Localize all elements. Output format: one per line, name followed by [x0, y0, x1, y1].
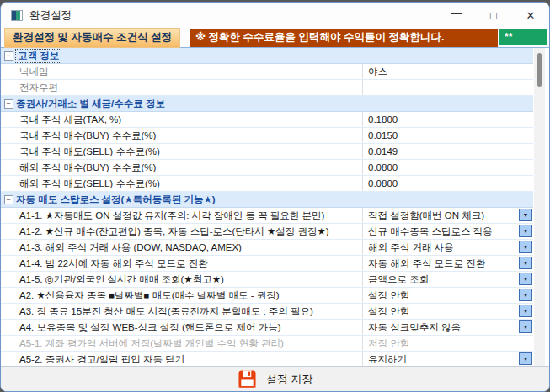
- chevron-down-icon: ▼: [523, 356, 529, 362]
- row-email: 전자우편: [1, 80, 533, 96]
- section-title: 증권사/거래소 별 세금/수수료 정보: [16, 98, 165, 110]
- value-cell[interactable]: 금액으로 조회 ▼: [362, 272, 533, 287]
- value-cell[interactable]: 해외 주식 거래 사용 ▼: [362, 240, 533, 255]
- row-a5-2: A5-2. 증권사 경고/알림 팝업 자동 닫기 유지하기 ▼: [1, 352, 533, 366]
- selected-option: 자동 싱크맞추지 않음: [368, 321, 461, 334]
- collapse-icon[interactable]: −: [4, 51, 13, 61]
- value-cell[interactable]: 0.0800: [362, 176, 533, 191]
- value-cell[interactable]: 자동 해외 주식 모드로 전환 ▼: [362, 256, 533, 271]
- value-cell[interactable]: 신규 매수종목 스탑로스 적용 ▼: [362, 224, 533, 239]
- dropdown-button[interactable]: ▼: [519, 289, 532, 301]
- selected-option: 신규 매수종목 스탑로스 적용: [368, 225, 493, 238]
- window-title: 환경설정: [29, 8, 72, 23]
- value-cell[interactable]: 직접 설정함(매번 ON 체크) ▼: [362, 208, 533, 223]
- selected-option: 해외 주식 거래 사용: [368, 241, 454, 254]
- value-cell[interactable]: 0.0149: [362, 144, 533, 159]
- row-label: A5-1. 계좌 평가액 서버에 저장(날짜별 개인별 수익 현황 관리): [16, 337, 362, 350]
- selected-option: 자동 해외 주식 모드로 전환: [368, 257, 485, 270]
- row-label: A1-5. ◎기관/외국인 실시간 매매 조회(★최고★): [16, 273, 362, 286]
- dropdown-button[interactable]: ▼: [519, 225, 532, 237]
- chevron-down-icon: ▼: [523, 324, 529, 330]
- settings-window: 환경설정 — □ ✕ 환경설정 및 자동매수 조건식 설정 ※ 정확한 수수료율…: [0, 2, 550, 392]
- value-cell[interactable]: 유지하기 ▼: [362, 352, 533, 366]
- selected-option: 유지하기: [368, 353, 407, 366]
- minimize-icon: —: [451, 7, 462, 19]
- selected-option: 직접 설정함(매번 ON 체크): [368, 209, 484, 222]
- value-cell[interactable]: 자동 싱크맞추지 않음 ▼: [362, 320, 533, 335]
- value-cell[interactable]: 야스: [362, 64, 533, 79]
- accuracy-badge: **: [499, 29, 547, 45]
- chevron-down-icon: ▼: [523, 308, 529, 314]
- maximize-button[interactable]: □: [475, 3, 512, 28]
- row-label: 국내 주식 세금(TAX, %): [16, 114, 362, 126]
- dropdown-button[interactable]: ▼: [519, 209, 532, 221]
- save-label: 설정 저장: [266, 372, 313, 387]
- dropdown-button[interactable]: ▼: [519, 257, 532, 269]
- value-cell[interactable]: 0.0800: [362, 160, 533, 175]
- collapse-icon[interactable]: −: [4, 195, 13, 204]
- vertical-scrollbar[interactable]: [534, 48, 545, 366]
- chevron-down-icon: ▼: [523, 260, 529, 266]
- row-label: 닉네임: [16, 66, 362, 78]
- row-a1-5: A1-5. ◎기관/외국인 실시간 매매 조회(★최고★) 금액으로 조회 ▼: [1, 272, 533, 288]
- chevron-down-icon: ▼: [523, 212, 529, 218]
- value-cell[interactable]: 0.0150: [362, 128, 533, 143]
- dropdown-button[interactable]: ▼: [519, 273, 532, 285]
- chevron-down-icon: ▼: [523, 292, 529, 298]
- row-label: 해외 주식 매도(SELL) 수수료(%): [16, 177, 362, 190]
- row-label: A1-2. ★신규 매수(잔고편입) 종목, 자동 스탑-로스(단타시 ★설정 …: [16, 225, 362, 238]
- value-cell[interactable]: 0.1800: [362, 112, 533, 127]
- value-cell: 저장 안함: [362, 336, 533, 351]
- dropdown-button[interactable]: ▼: [519, 320, 532, 333]
- minimize-button[interactable]: —: [438, 3, 475, 28]
- floppy-disk-icon: [238, 369, 257, 389]
- row-label: A2. ★신용융자 종목 ■날짜별■ 매도(매수 날짜별 매도 - 권장): [16, 289, 362, 302]
- selected-option: 설정 안함: [368, 289, 409, 302]
- row-a1-4: A1-4. 밤 22시에 자동 해외 주식 모드로 전환 자동 해외 주식 모드…: [1, 256, 533, 272]
- dropdown-button[interactable]: ▼: [519, 241, 532, 253]
- row-nickname: 닉네임 야스: [1, 64, 533, 80]
- footer-bar: 설정 저장: [1, 366, 549, 391]
- close-button[interactable]: ✕: [512, 3, 549, 28]
- row-domestic-tax: 국내 주식 세금(TAX, %) 0.1800: [1, 112, 533, 128]
- row-a1-2: A1-2. ★신규 매수(잔고편입) 종목, 자동 스탑-로스(단타시 ★설정 …: [1, 224, 533, 240]
- selected-option: 설정 안함: [368, 305, 409, 318]
- value-cell[interactable]: 설정 안함 ▼: [362, 304, 533, 319]
- titlebar: 환경설정 — □ ✕: [1, 3, 549, 28]
- chevron-down-icon: ▼: [523, 276, 529, 282]
- tab-environment-settings[interactable]: 환경설정 및 자동매수 조건식 설정: [4, 28, 180, 48]
- row-domestic-buy-fee: 국내 주식 매수(BUY) 수수료(%) 0.0150: [1, 128, 533, 144]
- row-label: A4. 보유종목 및 설정 WEB-싱크 설정 (핸드폰으로 제어 가능): [16, 321, 362, 334]
- close-icon: ✕: [526, 9, 536, 22]
- dropdown-button[interactable]: ▼: [519, 305, 532, 317]
- row-overseas-sell-fee: 해외 주식 매도(SELL) 수수료(%) 0.0800: [1, 176, 533, 192]
- row-label: A5-2. 증권사 경고/알림 팝업 자동 닫기: [16, 353, 362, 366]
- app-icon: [11, 10, 23, 21]
- row-label: A3. 장 종료 15분전 청산 매도 시작(종료전까지 분할매도 : 주의 필…: [16, 305, 362, 318]
- selected-option: 금액으로 조회: [368, 273, 429, 286]
- save-settings-button[interactable]: 설정 저장: [224, 368, 327, 389]
- row-label: A1-4. 밤 22시에 자동 해외 주식 모드로 전환: [16, 257, 362, 270]
- row-a2: A2. ★신용융자 종목 ■날짜별■ 매도(매수 날짜별 매도 - 권장) 설정…: [1, 288, 533, 304]
- row-a5-1: A5-1. 계좌 평가액 서버에 저장(날짜별 개인별 수익 현황 관리) 저장…: [1, 336, 533, 352]
- value-cell[interactable]: 설정 안함 ▼: [362, 288, 533, 303]
- row-label: 국내 주식 매도(SELL) 수수료(%): [16, 146, 362, 158]
- row-label: A1-1. ★자동매도 ON 설정값 유지(주의: 시각 장애인 등 꼭 필요한…: [16, 209, 362, 222]
- scrollbar-thumb[interactable]: [537, 53, 542, 87]
- maximize-icon: □: [490, 9, 497, 22]
- row-label: 국내 주식 매수(BUY) 수수료(%): [16, 130, 362, 142]
- settings-grid: − 고객 정보 닉네임 야스 전자우편 − 증권사/거래소 별 세금/수수료 정…: [1, 48, 549, 366]
- section-header-customer-info[interactable]: − 고객 정보: [1, 48, 533, 64]
- value-cell[interactable]: [362, 80, 533, 95]
- row-a1-3: A1-3. 해외 주식 거래 사용 (DOW, NASDAQ, AMEX) 해외…: [1, 240, 533, 256]
- chevron-down-icon: ▼: [523, 228, 529, 234]
- collapse-icon[interactable]: −: [4, 99, 13, 109]
- section-header-fees[interactable]: − 증권사/거래소 별 세금/수수료 정보: [1, 96, 533, 112]
- row-a3: A3. 장 종료 15분전 청산 매도 시작(종료전까지 분할매도 : 주의 필…: [1, 304, 533, 320]
- section-header-stoploss[interactable]: − 자동 매도 스탑로스 설정(★특허등록된 기능★): [1, 192, 533, 208]
- row-a1-1: A1-1. ★자동매도 ON 설정값 유지(주의: 시각 장애인 등 꼭 필요한…: [1, 208, 533, 224]
- toolbar: 환경설정 및 자동매수 조건식 설정 ※ 정확한 수수료율을 입력해야 수익률이…: [1, 28, 549, 48]
- chevron-down-icon: ▼: [523, 244, 529, 250]
- section-title: 자동 매도 스탑로스 설정(★특허등록된 기능★): [16, 193, 216, 206]
- dropdown-button[interactable]: ▼: [519, 352, 532, 365]
